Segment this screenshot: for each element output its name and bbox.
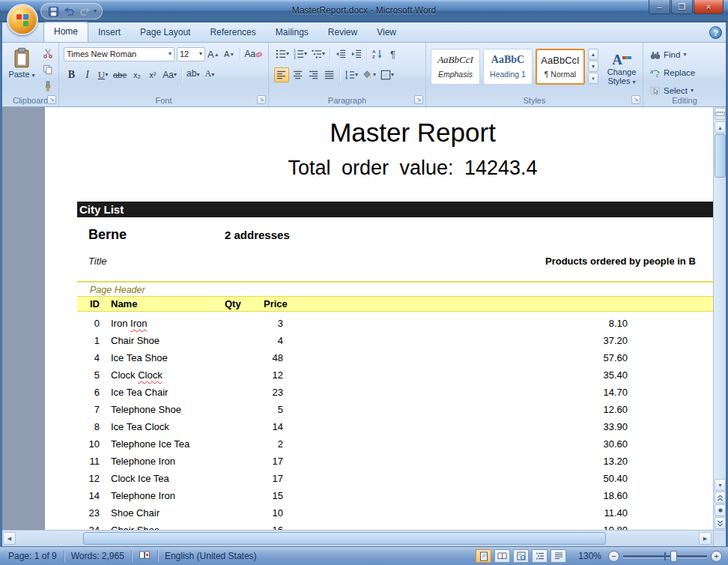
borders-button[interactable]: ▾ xyxy=(379,67,395,82)
tab-references[interactable]: References xyxy=(200,23,265,42)
decrease-indent-button[interactable] xyxy=(333,46,348,61)
horizontal-scroll-thumb[interactable] xyxy=(83,532,606,545)
web-layout-view-button[interactable] xyxy=(513,549,529,563)
styles-gallery-more-button[interactable]: ▾ xyxy=(588,73,598,84)
superscript-button[interactable]: x² xyxy=(145,67,160,82)
styles-dialog-launcher[interactable]: ↘ xyxy=(631,95,640,104)
draft-view-button[interactable] xyxy=(550,549,566,563)
style-heading1[interactable]: AaBbC Heading 1 xyxy=(483,49,533,85)
cell-qty: 2 xyxy=(195,435,283,453)
style-normal[interactable]: AaBbCcI ¶ Normal xyxy=(536,49,585,85)
show-formatting-marks-button[interactable]: ¶ xyxy=(386,46,400,61)
tab-review[interactable]: Review xyxy=(318,23,367,42)
tab-page-layout[interactable]: Page Layout xyxy=(130,23,200,42)
zoom-in-button[interactable]: + xyxy=(711,551,722,562)
subscript-button[interactable]: x₂ xyxy=(130,67,144,82)
page-indicator[interactable]: Page: 1 of 9 xyxy=(5,551,60,561)
align-left-button[interactable] xyxy=(274,67,289,82)
vertical-scroll-thumb[interactable] xyxy=(715,134,726,178)
styles-scroll-up-button[interactable]: ▲ xyxy=(588,49,598,60)
print-layout-view-button[interactable] xyxy=(476,549,491,563)
style-emphasis[interactable]: AaBbCcI Emphasis xyxy=(431,49,480,85)
ruler-toggle-button[interactable] xyxy=(715,108,726,120)
vertical-scrollbar[interactable]: ▲ ▼ xyxy=(713,107,726,530)
scroll-right-button[interactable]: ▶ xyxy=(699,532,712,545)
zoom-slider[interactable] xyxy=(623,549,707,563)
clipboard-dialog-launcher[interactable]: ↘ xyxy=(47,95,56,104)
find-button[interactable]: Find▾ xyxy=(648,47,688,62)
word-window: ▾ MasterReport.docx - Microsoft Word – ❐… xyxy=(0,0,728,565)
font-size-combobox[interactable]: 12 ▾ xyxy=(177,47,205,61)
language-indicator[interactable]: English (United States) xyxy=(162,551,260,561)
horizontal-scrollbar[interactable]: ◀ ▶ xyxy=(2,530,726,546)
italic-button[interactable]: I xyxy=(80,67,94,82)
font-color-button[interactable]: A▾ xyxy=(202,67,216,82)
select-browse-object-button[interactable] xyxy=(715,504,726,516)
tab-view[interactable]: View xyxy=(367,23,406,42)
tab-home[interactable]: Home xyxy=(43,22,88,42)
next-page-button[interactable] xyxy=(715,517,726,529)
underline-button[interactable]: U▾ xyxy=(96,67,110,82)
cell-price: 14.70 xyxy=(494,384,628,401)
scroll-left-button[interactable]: ◀ xyxy=(3,532,16,545)
font-dialog-launcher[interactable]: ↘ xyxy=(257,95,266,104)
fullscreen-reading-view-button[interactable] xyxy=(494,549,510,563)
office-button[interactable] xyxy=(7,4,38,35)
document-canvas[interactable]: Master Report Total order value: 14243.4… xyxy=(2,107,726,530)
cut-button[interactable] xyxy=(40,46,55,61)
zoom-slider-handle[interactable] xyxy=(670,551,677,562)
cell-price: 8.10 xyxy=(494,315,628,332)
change-case-button[interactable]: Aa▾ xyxy=(161,67,178,82)
zoom-out-button[interactable]: − xyxy=(608,551,619,562)
strikethrough-button[interactable]: abe xyxy=(112,67,128,82)
sort-button[interactable]: AZ xyxy=(370,46,384,61)
justify-button[interactable] xyxy=(322,67,336,82)
align-right-icon xyxy=(309,70,319,80)
scroll-down-button[interactable]: ▼ xyxy=(715,479,726,491)
paste-button[interactable]: Paste ▾ xyxy=(6,45,37,96)
styles-scroll-down-button[interactable]: ▼ xyxy=(588,61,598,72)
text-highlight-button[interactable]: ab▾ xyxy=(185,67,201,82)
shading-button[interactable]: ▾ xyxy=(361,67,377,82)
cell-id: 10 xyxy=(75,435,100,453)
copy-button[interactable] xyxy=(40,62,55,77)
divider xyxy=(64,551,64,562)
shrink-font-button[interactable]: A▼ xyxy=(222,46,237,61)
paragraph-group: ▾ 123▾ ▾ AZ ¶ xyxy=(269,43,426,106)
cell-qty: 48 xyxy=(195,349,283,366)
close-button[interactable]: × xyxy=(694,0,724,14)
numbering-button[interactable]: 123▾ xyxy=(292,46,309,61)
outline-view-button[interactable] xyxy=(532,549,547,563)
line-spacing-button[interactable]: ▾ xyxy=(343,67,360,82)
grow-font-button[interactable]: A▲ xyxy=(206,46,221,61)
paragraph-dialog-launcher[interactable]: ↘ xyxy=(414,95,423,104)
document-page[interactable]: Master Report Total order value: 14243.4… xyxy=(45,107,726,530)
clear-formatting-button[interactable]: Aa xyxy=(243,46,264,61)
tab-insert[interactable]: Insert xyxy=(88,23,130,42)
help-button[interactable]: ? xyxy=(709,26,722,39)
bullets-button[interactable]: ▾ xyxy=(274,46,291,61)
tab-mailings[interactable]: Mailings xyxy=(266,23,318,42)
find-label: Find xyxy=(664,50,680,59)
align-center-button[interactable] xyxy=(291,67,305,82)
table-rows: 0Iron Iron38.101Chair Shoe437.204Ice Tea… xyxy=(45,315,726,530)
change-styles-label: Change Styles xyxy=(607,67,637,85)
change-styles-button[interactable]: A Change Styles ▾ xyxy=(601,47,642,85)
multilevel-list-button[interactable]: ▾ xyxy=(310,46,327,61)
word-count[interactable]: Words: 2,965 xyxy=(68,551,127,561)
maximize-button[interactable]: ❐ xyxy=(671,0,693,14)
bold-button[interactable]: B xyxy=(64,67,79,82)
increase-indent-button[interactable] xyxy=(349,46,363,61)
format-painter-button[interactable] xyxy=(40,79,55,94)
previous-page-button[interactable] xyxy=(715,492,726,504)
proofing-status-button[interactable] xyxy=(136,550,154,563)
scroll-up-button[interactable]: ▲ xyxy=(715,121,726,133)
zoom-level-button[interactable]: 130% xyxy=(575,551,604,561)
font-name-combobox[interactable]: Times New Roman ▾ xyxy=(64,47,175,61)
replace-button[interactable]: ac Replace xyxy=(648,65,697,80)
chevron-down-icon: ▾ xyxy=(32,72,35,79)
table-row: 14Telephone Iron1518.60 xyxy=(45,487,726,504)
align-right-button[interactable] xyxy=(306,67,321,82)
minimize-button[interactable]: – xyxy=(649,0,670,14)
cell-name: Ice Tea Clock xyxy=(111,418,169,435)
